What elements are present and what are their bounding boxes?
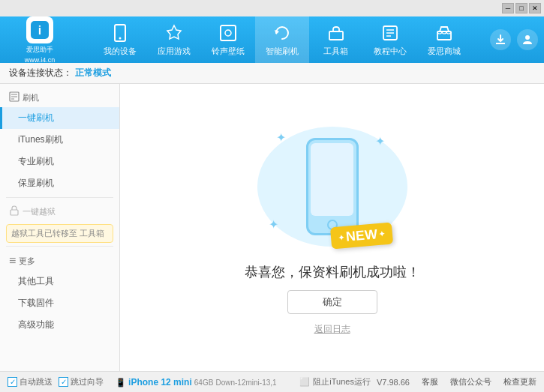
minimize-button[interactable]: ─ (502, 3, 514, 13)
sidebar-divider-1 (6, 197, 113, 198)
sparkle-1: ✦ (276, 130, 286, 145)
nav-bar: 我的设备 应用游戏 铃声壁纸 (74, 16, 490, 63)
itunes-status: ⬜ 阻止iTunes运行 (299, 376, 371, 388)
auto-jump-checkbox[interactable]: ✓ 自动跳送 (8, 376, 53, 388)
sidebar: 刷机 一键刷机 iTunes刷机 专业刷机 保显刷机 一键越狱 越狱工具已转 (0, 84, 120, 371)
check-update-link[interactable]: 检查更新 (503, 376, 536, 388)
apps-games-icon (164, 22, 185, 43)
svg-text:i: i (38, 24, 41, 37)
bottom-right: V7.98.66 客服 微信公众号 检查更新 (377, 376, 536, 388)
device-name: iPhone 12 mini (128, 377, 192, 388)
nav-item-toolbox[interactable]: 工具箱 (309, 16, 363, 63)
sidebar-jailbreak-notice: 越狱工具已转移至 工具箱 (6, 224, 113, 243)
phone-screen (311, 143, 354, 216)
nav-item-my-device[interactable]: 我的设备 (93, 16, 147, 63)
version-label: V7.98.66 (377, 378, 410, 387)
main-layout: 刷机 一键刷机 iTunes刷机 专业刷机 保显刷机 一键越狱 越狱工具已转 (0, 84, 544, 371)
header: i 爱思助手 www.i4.cn 我的设备 应用游戏 (0, 16, 544, 63)
sidebar-item-pro-flash[interactable]: 专业刷机 (0, 151, 119, 172)
device-storage: 64GB (194, 379, 214, 387)
close-button[interactable]: ✕ (529, 3, 541, 13)
nav-label-store: 爱思商城 (428, 46, 461, 57)
skip-wizard-label: 跳过向导 (71, 376, 104, 388)
success-message: 恭喜您，保资料刷机成功啦！ (245, 263, 420, 281)
sidebar-item-data-save-flash[interactable]: 保显刷机 (0, 172, 119, 194)
download-button[interactable] (490, 29, 511, 50)
status-bar: 设备连接状态： 正常模式 (0, 63, 544, 84)
status-label: 设备连接状态： (9, 67, 72, 79)
svg-rect-4 (221, 25, 236, 40)
device-info: 📱 iPhone 12 mini 64GB Down-12mini-13,1 (116, 377, 277, 388)
sparkle-3: ✦ (269, 217, 278, 232)
sidebar-divider-2 (6, 246, 113, 247)
confirm-button[interactable]: 确定 (287, 290, 377, 314)
nav-label-my-device: 我的设备 (104, 46, 137, 57)
more-section-title: 更多 (19, 256, 35, 267)
phone-illustration: ✦ ✦ NEW ✦ (257, 119, 407, 254)
user-button[interactable] (517, 29, 538, 50)
sparkle-2: ✦ (375, 134, 385, 148)
nav-item-ringtones[interactable]: 铃声壁纸 (201, 16, 255, 63)
window-controls[interactable]: ─ □ ✕ (502, 3, 541, 13)
back-home-link[interactable]: 返回日志 (314, 323, 350, 336)
svg-rect-12 (437, 31, 451, 40)
svg-point-13 (525, 35, 530, 40)
maximize-button[interactable]: □ (515, 3, 527, 13)
device-icon: 📱 (116, 378, 126, 387)
flash-section-title: 刷机 (23, 92, 39, 103)
nav-item-smart-flash[interactable]: 智能刷机 (255, 16, 309, 63)
wechat-official-link[interactable]: 微信公众号 (450, 376, 491, 388)
sidebar-item-itunes-flash[interactable]: iTunes刷机 (0, 129, 119, 151)
ringtones-icon (218, 22, 239, 43)
svg-point-3 (119, 37, 121, 40)
jailbreak-section-icon (9, 205, 20, 218)
logo-icon: i (26, 16, 53, 43)
nav-item-store[interactable]: 爱思商城 (417, 16, 471, 63)
jailbreak-section-title: 一键越狱 (23, 206, 56, 217)
skip-wizard-check-icon: ✓ (59, 377, 68, 387)
sidebar-item-download-firmware[interactable]: 下载固件 (0, 292, 119, 314)
device-model: Down-12mini-13,1 (215, 379, 276, 387)
success-area: ✦ ✦ NEW ✦ 恭喜您，保资料刷机成功啦！ 确定 返回日志 (245, 119, 420, 336)
phone-body (306, 138, 359, 235)
new-badge: NEW (329, 222, 392, 249)
logo-name: 爱思助手 (26, 45, 53, 55)
content-area: ✦ ✦ NEW ✦ 恭喜您，保资料刷机成功啦！ 确定 返回日志 (120, 84, 544, 371)
svg-rect-18 (11, 210, 18, 215)
my-device-icon (110, 22, 131, 43)
title-bar: ─ □ ✕ (0, 0, 544, 16)
sidebar-item-other-tools[interactable]: 其他工具 (0, 271, 119, 292)
svg-rect-7 (329, 31, 343, 40)
logo-area[interactable]: i 爱思助手 www.i4.cn (6, 16, 74, 64)
auto-jump-check-icon: ✓ (8, 377, 17, 387)
nav-item-apps-games[interactable]: 应用游戏 (147, 16, 201, 63)
smart-flash-icon (272, 22, 293, 43)
bottom-left: ✓ 自动跳送 ✓ 跳过向导 📱 iPhone 12 mini 64GB Down… (8, 376, 293, 388)
nav-label-ringtones: 铃声壁纸 (212, 46, 245, 57)
nav-label-tutorials: 教程中心 (374, 46, 407, 57)
nav-label-toolbox: 工具箱 (323, 46, 348, 57)
auto-jump-label: 自动跳送 (20, 376, 53, 388)
tutorials-icon (380, 22, 401, 43)
logo-url: www.i4.cn (25, 56, 56, 64)
toolbox-icon (326, 22, 347, 43)
skip-wizard-checkbox[interactable]: ✓ 跳过向导 (59, 376, 104, 388)
store-icon (434, 22, 455, 43)
sidebar-section-jailbreak: 一键越狱 (0, 201, 119, 221)
nav-label-smart-flash: 智能刷机 (266, 46, 299, 57)
sidebar-section-more: ≡ 更多 (0, 250, 119, 271)
customer-service-link[interactable]: 客服 (422, 376, 438, 388)
itunes-status-icon: ⬜ (299, 377, 310, 387)
sidebar-item-one-click-flash[interactable]: 一键刷机 (0, 107, 119, 129)
bottom-bar: ✓ 自动跳送 ✓ 跳过向导 📱 iPhone 12 mini 64GB Down… (0, 371, 544, 392)
sidebar-item-advanced[interactable]: 高级功能 (0, 314, 119, 336)
status-value: 正常模式 (75, 67, 111, 79)
nav-label-apps-games: 应用游戏 (158, 46, 191, 57)
more-section-icon: ≡ (9, 254, 16, 268)
nav-item-tutorials[interactable]: 教程中心 (363, 16, 417, 63)
svg-point-5 (225, 30, 231, 36)
header-right-buttons (490, 29, 538, 50)
flash-section-icon (9, 91, 20, 104)
itunes-status-label: 阻止iTunes运行 (313, 376, 371, 388)
sidebar-section-flash: 刷机 (0, 87, 119, 107)
